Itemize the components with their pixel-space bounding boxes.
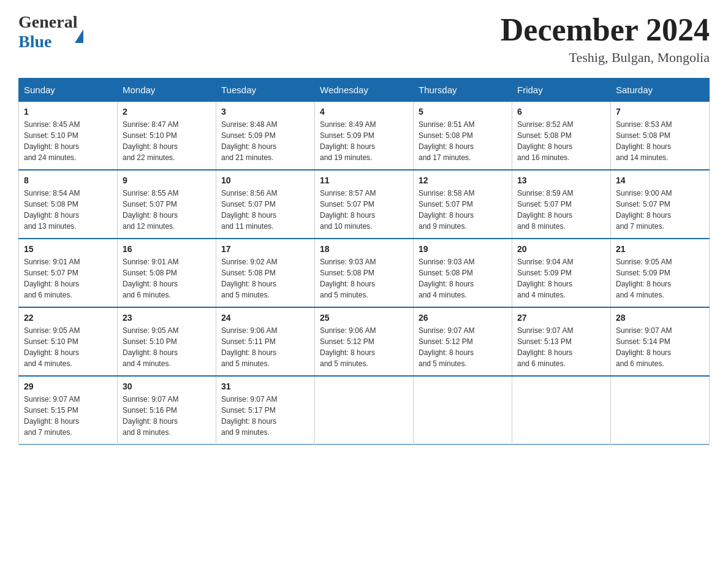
month-title: December 2024: [501, 12, 710, 47]
calendar-day-cell: 16 Sunrise: 9:01 AM Sunset: 5:08 PM Dayl…: [118, 239, 216, 307]
day-number: 12: [419, 175, 507, 185]
calendar-day-cell: 10 Sunrise: 8:56 AM Sunset: 5:07 PM Dayl…: [216, 170, 315, 239]
day-number: 4: [320, 107, 408, 117]
logo-arrow-icon: [75, 19, 83, 43]
day-number: 19: [419, 244, 507, 254]
day-number: 26: [419, 313, 507, 323]
day-number: 11: [320, 175, 408, 185]
day-info: Sunrise: 8:49 AM Sunset: 5:09 PM Dayligh…: [320, 119, 408, 163]
day-number: 3: [221, 107, 309, 117]
day-info: Sunrise: 9:03 AM Sunset: 5:08 PM Dayligh…: [320, 256, 408, 301]
weekday-header-thursday: Thursday: [414, 79, 512, 102]
calendar-day-cell: 27 Sunrise: 9:07 AM Sunset: 5:13 PM Dayl…: [512, 307, 611, 376]
weekday-header-friday: Friday: [512, 79, 611, 102]
day-number: 21: [616, 244, 704, 254]
day-number: 27: [517, 313, 605, 323]
day-number: 20: [517, 244, 605, 254]
day-number: 1: [24, 107, 112, 117]
day-info: Sunrise: 9:01 AM Sunset: 5:07 PM Dayligh…: [24, 256, 112, 301]
day-info: Sunrise: 8:54 AM Sunset: 5:08 PM Dayligh…: [24, 188, 112, 232]
day-number: 22: [24, 313, 112, 323]
calendar-day-cell: 23 Sunrise: 9:05 AM Sunset: 5:10 PM Dayl…: [118, 307, 216, 376]
weekday-header-monday: Monday: [118, 79, 216, 102]
day-info: Sunrise: 9:06 AM Sunset: 5:11 PM Dayligh…: [221, 325, 309, 369]
day-info: Sunrise: 9:05 AM Sunset: 5:09 PM Dayligh…: [616, 256, 704, 301]
day-info: Sunrise: 9:07 AM Sunset: 5:17 PM Dayligh…: [221, 394, 309, 438]
day-number: 23: [123, 313, 211, 323]
day-number: 28: [616, 313, 704, 323]
calendar-day-cell: 11 Sunrise: 8:57 AM Sunset: 5:07 PM Dayl…: [315, 170, 414, 239]
calendar-day-cell: 6 Sunrise: 8:52 AM Sunset: 5:08 PM Dayli…: [512, 102, 611, 170]
day-info: Sunrise: 9:07 AM Sunset: 5:12 PM Dayligh…: [419, 325, 507, 369]
day-info: Sunrise: 8:56 AM Sunset: 5:07 PM Dayligh…: [221, 188, 309, 232]
day-number: 15: [24, 244, 112, 254]
day-info: Sunrise: 9:04 AM Sunset: 5:09 PM Dayligh…: [517, 256, 605, 301]
calendar-day-cell: 5 Sunrise: 8:51 AM Sunset: 5:08 PM Dayli…: [414, 102, 512, 170]
day-number: 24: [221, 313, 309, 323]
day-info: Sunrise: 9:07 AM Sunset: 5:16 PM Dayligh…: [123, 394, 211, 438]
calendar-day-cell: 21 Sunrise: 9:05 AM Sunset: 5:09 PM Dayl…: [611, 239, 710, 307]
day-info: Sunrise: 9:05 AM Sunset: 5:10 PM Dayligh…: [123, 325, 211, 369]
weekday-header-tuesday: Tuesday: [216, 79, 315, 102]
day-info: Sunrise: 8:57 AM Sunset: 5:07 PM Dayligh…: [320, 188, 408, 232]
day-info: Sunrise: 9:03 AM Sunset: 5:08 PM Dayligh…: [419, 256, 507, 301]
day-info: Sunrise: 8:58 AM Sunset: 5:07 PM Dayligh…: [419, 188, 507, 232]
calendar-week-row: 15 Sunrise: 9:01 AM Sunset: 5:07 PM Dayl…: [19, 239, 710, 307]
day-number: 8: [24, 175, 112, 185]
calendar-week-row: 22 Sunrise: 9:05 AM Sunset: 5:10 PM Dayl…: [19, 307, 710, 376]
calendar-day-cell: 29 Sunrise: 9:07 AM Sunset: 5:15 PM Dayl…: [19, 376, 118, 445]
day-info: Sunrise: 8:48 AM Sunset: 5:09 PM Dayligh…: [221, 119, 309, 163]
calendar-day-cell: 2 Sunrise: 8:47 AM Sunset: 5:10 PM Dayli…: [118, 102, 216, 170]
calendar-day-cell: [315, 376, 414, 445]
calendar-day-cell: 17 Sunrise: 9:02 AM Sunset: 5:08 PM Dayl…: [216, 239, 315, 307]
day-number: 7: [616, 107, 704, 117]
calendar-day-cell: 30 Sunrise: 9:07 AM Sunset: 5:16 PM Dayl…: [118, 376, 216, 445]
day-info: Sunrise: 8:47 AM Sunset: 5:10 PM Dayligh…: [123, 119, 211, 163]
calendar-day-cell: 15 Sunrise: 9:01 AM Sunset: 5:07 PM Dayl…: [19, 239, 118, 307]
calendar-day-cell: [611, 376, 710, 445]
calendar-day-cell: 22 Sunrise: 9:05 AM Sunset: 5:10 PM Dayl…: [19, 307, 118, 376]
calendar-day-cell: 24 Sunrise: 9:06 AM Sunset: 5:11 PM Dayl…: [216, 307, 315, 376]
logo: General Blue: [18, 12, 83, 52]
logo-general: General: [18, 12, 77, 31]
calendar-day-cell: 1 Sunrise: 8:45 AM Sunset: 5:10 PM Dayli…: [19, 102, 118, 170]
calendar-day-cell: 4 Sunrise: 8:49 AM Sunset: 5:09 PM Dayli…: [315, 102, 414, 170]
day-number: 25: [320, 313, 408, 323]
day-info: Sunrise: 9:02 AM Sunset: 5:08 PM Dayligh…: [221, 256, 309, 301]
weekday-header-wednesday: Wednesday: [315, 79, 414, 102]
day-info: Sunrise: 8:52 AM Sunset: 5:08 PM Dayligh…: [517, 119, 605, 163]
day-info: Sunrise: 8:53 AM Sunset: 5:08 PM Dayligh…: [616, 119, 704, 163]
day-number: 10: [221, 175, 309, 185]
day-info: Sunrise: 9:07 AM Sunset: 5:15 PM Dayligh…: [24, 394, 112, 438]
day-info: Sunrise: 9:07 AM Sunset: 5:14 PM Dayligh…: [616, 325, 704, 369]
day-number: 29: [24, 381, 112, 391]
weekday-header-sunday: Sunday: [19, 79, 118, 102]
calendar-day-cell: 26 Sunrise: 9:07 AM Sunset: 5:12 PM Dayl…: [414, 307, 512, 376]
day-info: Sunrise: 8:51 AM Sunset: 5:08 PM Dayligh…: [419, 119, 507, 163]
calendar-day-cell: 18 Sunrise: 9:03 AM Sunset: 5:08 PM Dayl…: [315, 239, 414, 307]
calendar-day-cell: 8 Sunrise: 8:54 AM Sunset: 5:08 PM Dayli…: [19, 170, 118, 239]
weekday-header-row: SundayMondayTuesdayWednesdayThursdayFrid…: [19, 79, 710, 102]
calendar-day-cell: 9 Sunrise: 8:55 AM Sunset: 5:07 PM Dayli…: [118, 170, 216, 239]
calendar-table: SundayMondayTuesdayWednesdayThursdayFrid…: [18, 78, 710, 445]
calendar-day-cell: 31 Sunrise: 9:07 AM Sunset: 5:17 PM Dayl…: [216, 376, 315, 445]
day-info: Sunrise: 9:06 AM Sunset: 5:12 PM Dayligh…: [320, 325, 408, 369]
day-number: 14: [616, 175, 704, 185]
calendar-day-cell: [512, 376, 611, 445]
day-number: 31: [221, 381, 309, 391]
calendar-day-cell: 25 Sunrise: 9:06 AM Sunset: 5:12 PM Dayl…: [315, 307, 414, 376]
page-header: General Blue December 2024 Teshig, Bulga…: [18, 12, 710, 66]
logo-text: General Blue: [18, 12, 83, 52]
calendar-day-cell: 19 Sunrise: 9:03 AM Sunset: 5:08 PM Dayl…: [414, 239, 512, 307]
day-info: Sunrise: 9:01 AM Sunset: 5:08 PM Dayligh…: [123, 256, 211, 301]
weekday-header-saturday: Saturday: [611, 79, 710, 102]
day-number: 18: [320, 244, 408, 254]
day-number: 13: [517, 175, 605, 185]
day-info: Sunrise: 9:05 AM Sunset: 5:10 PM Dayligh…: [24, 325, 112, 369]
day-number: 6: [517, 107, 605, 117]
calendar-day-cell: 20 Sunrise: 9:04 AM Sunset: 5:09 PM Dayl…: [512, 239, 611, 307]
calendar-day-cell: 7 Sunrise: 8:53 AM Sunset: 5:08 PM Dayli…: [611, 102, 710, 170]
location-title: Teshig, Bulgan, Mongolia: [501, 50, 710, 66]
calendar-day-cell: 12 Sunrise: 8:58 AM Sunset: 5:07 PM Dayl…: [414, 170, 512, 239]
day-number: 5: [419, 107, 507, 117]
